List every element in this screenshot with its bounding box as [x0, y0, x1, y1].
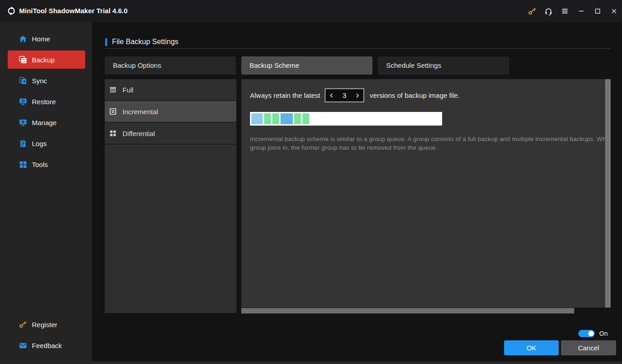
- bar-segment: [264, 113, 271, 124]
- cancel-button[interactable]: Cancel: [561, 340, 616, 355]
- sidebar-item-tools[interactable]: Tools: [8, 155, 85, 173]
- scheme-toggle[interactable]: [578, 330, 595, 337]
- sidebar-item-register[interactable]: Register: [8, 315, 85, 334]
- support-headset-icon[interactable]: [540, 0, 556, 22]
- list-item-incremental[interactable]: Incremental: [105, 101, 236, 123]
- differential-backup-icon: [109, 129, 117, 137]
- toggle-state-label: On: [599, 330, 608, 337]
- bar-segment: [272, 113, 279, 124]
- toggle-knob: [588, 331, 594, 336]
- license-key-icon[interactable]: [524, 0, 540, 22]
- list-item-differential[interactable]: Differential: [105, 123, 236, 145]
- page-title-accent: [105, 38, 107, 46]
- sidebar-item-sync[interactable]: Sync: [8, 71, 85, 90]
- sidebar-item-manage[interactable]: Manage: [8, 113, 85, 131]
- header-divider: [105, 48, 611, 49]
- bar-segment: [280, 113, 293, 124]
- tab-backup-scheme[interactable]: Backup Scheme: [241, 56, 372, 75]
- backup-type-list: Full Incremental Differential: [105, 79, 236, 313]
- stepper-value[interactable]: 3: [337, 91, 352, 99]
- window-bottom-edge: [0, 361, 622, 364]
- sidebar-item-feedback[interactable]: Feedback: [8, 336, 85, 354]
- tools-icon: [19, 160, 27, 169]
- retain-label-suffix: versions of backup image file.: [370, 88, 460, 102]
- feedback-mail-icon: [19, 341, 27, 350]
- stepper-increase-button[interactable]: [352, 89, 363, 101]
- backup-scheme-bar: [250, 112, 442, 126]
- title-bar: MiniTool ShadowMaker Trial 4.6.0: [0, 0, 622, 22]
- stepper-decrease-button[interactable]: [326, 89, 337, 101]
- close-button[interactable]: [606, 0, 622, 22]
- sync-icon: [19, 76, 27, 85]
- logs-icon: [19, 139, 27, 148]
- vertical-scrollbar[interactable]: [605, 79, 611, 308]
- app-title: MiniTool ShadowMaker Trial 4.6.0: [19, 0, 127, 22]
- full-backup-icon: [109, 86, 117, 94]
- sidebar: Home Backup Sync: [0, 22, 92, 361]
- scheme-description-line1: Incremental backup scheme is similar to …: [250, 135, 605, 143]
- backup-icon: [19, 56, 27, 64]
- maximize-button[interactable]: [589, 0, 606, 22]
- bar-segment: [251, 113, 263, 124]
- register-key-icon: [19, 320, 27, 329]
- horizontal-scrollbar[interactable]: [241, 308, 574, 313]
- incremental-backup-icon: [109, 107, 117, 116]
- minimize-button[interactable]: [573, 0, 589, 22]
- retain-label-prefix: Always retain the latest: [250, 88, 320, 102]
- scheme-description-line2: group joins in, the former group has to …: [250, 143, 605, 152]
- sidebar-item-logs[interactable]: Logs: [8, 134, 85, 152]
- restore-icon: [19, 97, 27, 106]
- home-icon: [19, 35, 27, 43]
- ok-button[interactable]: OK: [504, 340, 559, 355]
- manage-icon: [19, 118, 27, 127]
- scheme-description: Incremental backup scheme is similar to …: [250, 135, 605, 153]
- version-stepper: 3: [325, 88, 364, 102]
- sidebar-item-restore[interactable]: Restore: [8, 92, 85, 111]
- menu-icon[interactable]: [556, 0, 573, 22]
- bar-segment: [302, 113, 309, 124]
- tab-schedule-settings[interactable]: Schedule Settings: [378, 56, 509, 75]
- sidebar-item-backup[interactable]: Backup: [8, 51, 85, 69]
- tab-backup-options[interactable]: Backup Options: [105, 56, 236, 75]
- sidebar-item-home[interactable]: Home: [8, 30, 85, 48]
- page-title: File Backup Settings: [112, 38, 178, 46]
- bar-segment: [294, 113, 301, 124]
- app-logo-icon: [6, 6, 16, 16]
- list-item-full[interactable]: Full: [105, 79, 236, 101]
